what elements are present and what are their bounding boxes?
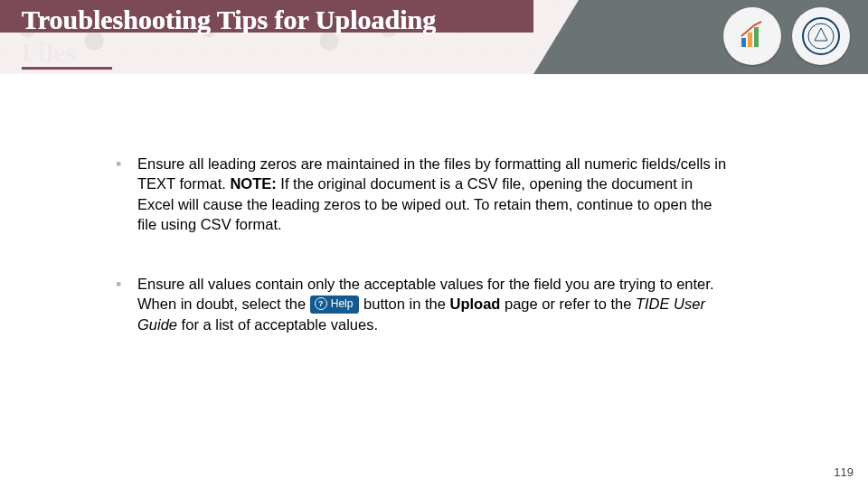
help-button-label: Help — [331, 296, 354, 311]
svg-rect-2 — [754, 27, 759, 47]
bullet-marker-icon: ▪ — [116, 154, 137, 234]
title-underline — [22, 67, 112, 70]
bullet-item: ▪ Ensure all values contain only the acc… — [116, 274, 731, 334]
page-number: 119 — [834, 465, 854, 479]
bullet1-note-label: NOTE: — [230, 175, 276, 192]
title-line1: Troubleshooting Tips for Uploading — [22, 5, 436, 34]
assessment-logo-icon — [723, 7, 781, 65]
help-button[interactable]: ? Help — [310, 296, 360, 313]
bullet-text: Ensure all values contain only the accep… — [137, 274, 731, 334]
bullet2-tail: for a list of acceptable values. — [177, 316, 378, 333]
title-line2: Files — [22, 37, 76, 67]
bullet2-mid2: page or refer to the — [500, 296, 636, 312]
bullet-item: ▪ Ensure all leading zeros are maintaine… — [116, 154, 731, 234]
content-area: ▪ Ensure all leading zeros are maintaine… — [116, 154, 731, 374]
bullet2-upload: Upload — [449, 296, 500, 312]
bullet-text: Ensure all leading zeros are maintained … — [137, 154, 731, 234]
help-question-icon: ? — [315, 297, 327, 310]
bullet2-mid: button in the — [363, 296, 449, 312]
svg-rect-0 — [741, 38, 746, 47]
state-seal-icon — [792, 7, 850, 65]
page-title: Troubleshooting Tips for Uploading Files — [22, 4, 528, 69]
svg-rect-1 — [748, 33, 752, 47]
bullet-marker-icon: ▪ — [116, 274, 137, 334]
